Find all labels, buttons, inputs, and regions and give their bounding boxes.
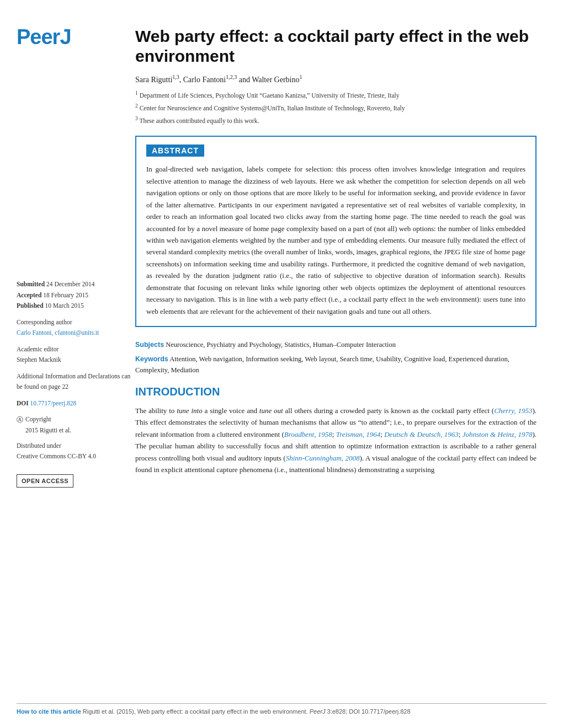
author2-superscript: 1,2,3 bbox=[226, 74, 237, 80]
distributed-text: Creative Commons CC-BY 4.0 bbox=[17, 451, 132, 462]
author3-name: Walter Gerbino bbox=[252, 76, 299, 84]
affiliation-1: 1 Department of Life Sciences, Psycholog… bbox=[135, 89, 537, 100]
additional-info-text: Additional Information and Declarations … bbox=[17, 371, 132, 393]
ref-treisman-1964[interactable]: Treisman, 1964 bbox=[336, 430, 381, 438]
sidebar: PeerJ Submitted 24 December 2014 Accepte… bbox=[17, 26, 132, 488]
footer-journal: PeerJ bbox=[310, 708, 326, 715]
author1-name: Sara Rigutti bbox=[135, 76, 172, 84]
published-label: Published bbox=[17, 302, 44, 309]
corresponding-author-row: Corresponding author Carlo Fantoni, cfan… bbox=[17, 317, 132, 339]
keywords-label: Keywords bbox=[135, 355, 168, 363]
submitted-row: Submitted 24 December 2014 bbox=[17, 279, 132, 290]
submitted-date: 24 December 2014 bbox=[46, 281, 95, 287]
subjects-row: Subjects Neuroscience, Psychiatry and Ps… bbox=[135, 339, 537, 350]
intro-tune-out: tune out bbox=[259, 406, 283, 415]
accepted-label: Accepted bbox=[17, 292, 41, 298]
sidebar-metadata: Submitted 24 December 2014 Accepted 18 F… bbox=[17, 279, 132, 488]
corresponding-label: Corresponding author bbox=[17, 317, 132, 328]
abstract-box: ABSTRACT In goal-directed web navigation… bbox=[135, 136, 537, 327]
footer-cite-label: How to cite this article bbox=[17, 708, 81, 715]
academic-editor-row: Academic editor Stephen Macknik bbox=[17, 344, 132, 366]
footer-cite-text: Rigutti et al. (2015), Web party effect:… bbox=[83, 708, 308, 715]
copyright-label: Copyright bbox=[25, 416, 51, 422]
abstract-title: ABSTRACT bbox=[146, 144, 204, 157]
author3-superscript: 1 bbox=[299, 74, 302, 80]
article-title: Web party effect: a cocktail party effec… bbox=[135, 26, 537, 66]
published-date: 10 March 2015 bbox=[45, 302, 83, 309]
doi-label: DOI bbox=[17, 400, 29, 406]
subjects-text: Neuroscience, Psychiatry and Psychology,… bbox=[166, 341, 396, 349]
intro-text5: ; bbox=[332, 430, 336, 438]
affiliation-3: 3 These authors contributed equally to t… bbox=[135, 114, 537, 126]
footer-doi: DOI 10.7717/peerj.828 bbox=[349, 708, 410, 715]
subjects-label: Subjects bbox=[135, 341, 164, 349]
copyright-row: Ⓐ Copyright 2015 Rigutti et al. bbox=[17, 414, 132, 436]
open-access-badge-container: OPEN ACCESS bbox=[17, 469, 132, 488]
keywords-text: Attention, Web navigation, Information s… bbox=[135, 355, 509, 374]
ref-broadbent-1958[interactable]: Broadbent, 1958 bbox=[284, 430, 332, 438]
affiliations: 1 Department of Life Sciences, Psycholog… bbox=[135, 89, 537, 126]
additional-info-row: Additional Information and Declarations … bbox=[17, 371, 132, 393]
accepted-row: Accepted 18 February 2015 bbox=[17, 290, 132, 301]
published-row: Published 10 March 2015 bbox=[17, 301, 132, 312]
cc-icon: Ⓐ bbox=[17, 414, 23, 425]
author-connector: and bbox=[239, 76, 250, 84]
additional-label: Additional Information and Declarations … bbox=[17, 373, 130, 390]
submitted-label: Submitted bbox=[17, 281, 45, 287]
abstract-text: In goal-directed web navigation, labels … bbox=[146, 163, 525, 317]
distributed-label: Distributed under bbox=[17, 441, 132, 452]
author2-name: Carlo Fantoni bbox=[183, 76, 226, 84]
academic-text: Stephen Macknik bbox=[17, 355, 132, 366]
author1-superscript: 1,3 bbox=[172, 74, 179, 80]
intro-text1: The ability to bbox=[135, 406, 177, 415]
intro-text3: all others during a crowded party is kno… bbox=[283, 406, 495, 415]
copyright-text: 2015 Rigutti et al. bbox=[25, 427, 71, 433]
ref-cherry-1953[interactable]: Cherry, 1953 bbox=[494, 406, 532, 415]
main-content: Web party effect: a cocktail party effec… bbox=[135, 26, 537, 476]
keywords-row: Keywords Attention, Web navigation, Info… bbox=[135, 354, 537, 376]
accepted-date: 18 February 2015 bbox=[43, 292, 88, 298]
introduction-text: The ability to tune into a single voice … bbox=[135, 405, 537, 476]
ref-deutsch-1963[interactable]: Deutsch & Deutsch, 1963 bbox=[384, 430, 459, 438]
peerj-logo: PeerJ bbox=[17, 26, 132, 47]
ref-johnston-1978[interactable]: Johnston & Heinz, 1978 bbox=[463, 430, 533, 438]
page-footer: How to cite this article Rigutti et al. … bbox=[17, 703, 546, 715]
page: PeerJ Submitted 24 December 2014 Accepte… bbox=[0, 0, 563, 728]
corresponding-text: Carlo Fantoni, cfantoni@units.it bbox=[17, 328, 132, 339]
doi-row: DOI 10.7717/peerj.828 bbox=[17, 398, 132, 409]
open-access-badge: OPEN ACCESS bbox=[17, 474, 73, 488]
footer-volume: 3:e828 bbox=[327, 708, 346, 715]
doi-text: 10.7717/peerj.828 bbox=[30, 400, 77, 406]
academic-label: Academic editor bbox=[17, 344, 132, 355]
copyright-block: Copyright 2015 Rigutti et al. bbox=[25, 414, 71, 436]
intro-text2: a single voice and bbox=[203, 406, 259, 415]
affiliation-2: 2 Center for Neuroscience and Cognitive … bbox=[135, 101, 537, 113]
introduction-title: INTRODUCTION bbox=[135, 386, 537, 398]
additional-page: 22 bbox=[62, 383, 68, 390]
ref-shinn-2008[interactable]: Shinn-Cunningham, 2008 bbox=[286, 454, 360, 462]
intro-text7: ; bbox=[459, 430, 463, 438]
authors-line: Sara Rigutti1,3, Carlo Fantoni1,2,3 and … bbox=[135, 74, 537, 84]
distributed-row: Distributed under Creative Commons CC-BY… bbox=[17, 441, 132, 462]
intro-tune-into: tune into bbox=[177, 406, 202, 415]
